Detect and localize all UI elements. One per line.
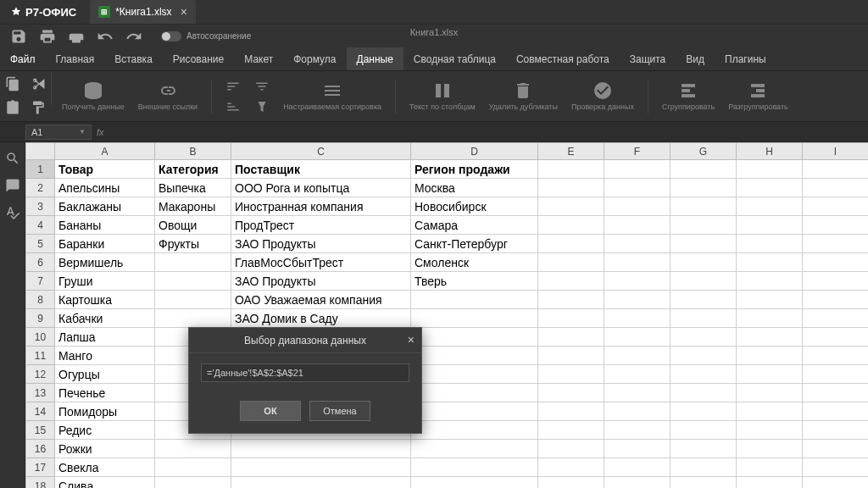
cell[interactable] — [411, 384, 538, 402]
row-header[interactable]: 1 — [26, 160, 55, 179]
cell[interactable] — [411, 477, 538, 489]
column-header[interactable]: C — [231, 143, 411, 160]
cell[interactable] — [538, 197, 604, 216]
cell[interactable] — [670, 402, 737, 421]
cell[interactable] — [803, 197, 869, 216]
undo-icon[interactable] — [97, 28, 114, 45]
cell[interactable] — [604, 235, 670, 253]
cell[interactable] — [604, 179, 670, 197]
cell[interactable] — [670, 365, 737, 384]
tab-плагины[interactable]: Плагины — [715, 47, 776, 70]
comments-icon[interactable] — [5, 178, 20, 193]
cell[interactable] — [155, 291, 231, 309]
tab-рисование[interactable]: Рисование — [163, 47, 234, 70]
name-box[interactable]: A1 ▼ — [25, 125, 92, 140]
cell[interactable] — [803, 440, 869, 458]
cell[interactable] — [604, 216, 670, 235]
clear-filter-icon[interactable] — [254, 99, 270, 114]
cell[interactable] — [670, 160, 737, 179]
cell[interactable] — [604, 421, 670, 440]
cell[interactable] — [411, 421, 538, 440]
cell[interactable] — [803, 272, 869, 291]
autosave-toggle[interactable]: Автосохранение — [161, 31, 251, 42]
cancel-button[interactable]: Отмена — [309, 401, 370, 421]
column-header[interactable]: H — [737, 143, 803, 160]
cell[interactable] — [737, 402, 803, 421]
cell[interactable] — [538, 421, 604, 440]
cell[interactable]: Тверь — [411, 272, 538, 291]
row-header[interactable]: 12 — [26, 365, 55, 384]
cell[interactable] — [411, 440, 538, 458]
cell[interactable]: Смоленск — [411, 253, 538, 272]
cell[interactable] — [604, 365, 670, 384]
column-header[interactable]: B — [155, 143, 231, 160]
cell[interactable] — [737, 347, 803, 365]
cell[interactable] — [803, 309, 869, 328]
cell[interactable] — [670, 328, 737, 347]
cell[interactable] — [803, 402, 869, 421]
cell[interactable] — [538, 365, 604, 384]
cell[interactable]: Огурцы — [55, 365, 155, 384]
document-tab[interactable]: ⊞ *Книга1.xlsx × — [90, 0, 196, 24]
cell[interactable]: ПродТрест — [231, 216, 411, 235]
cell[interactable] — [670, 235, 737, 253]
cell[interactable]: Категория — [155, 160, 231, 179]
row-header[interactable]: 9 — [26, 309, 55, 328]
cell[interactable]: Поставщик — [231, 160, 411, 179]
cell[interactable]: Регион продажи — [411, 160, 538, 179]
tab-file[interactable]: Файл — [0, 47, 46, 70]
cell[interactable] — [737, 253, 803, 272]
row-header[interactable]: 11 — [26, 347, 55, 365]
remove-duplicates-button[interactable]: Удалить дубликаты — [489, 80, 558, 112]
cell[interactable] — [737, 179, 803, 197]
cell[interactable]: Кабачки — [55, 309, 155, 328]
cell[interactable] — [604, 253, 670, 272]
cell[interactable] — [231, 458, 411, 477]
tab-макет[interactable]: Макет — [234, 47, 283, 70]
cell[interactable] — [411, 347, 538, 365]
cell[interactable] — [803, 421, 869, 440]
text-to-columns-button[interactable]: Текст по столбцам — [409, 80, 476, 112]
print-icon[interactable] — [39, 28, 56, 45]
fx-icon[interactable]: fx — [97, 127, 104, 137]
copy-icon[interactable] — [5, 76, 20, 92]
cell[interactable] — [803, 179, 869, 197]
cell[interactable] — [155, 477, 231, 489]
column-header[interactable]: A — [55, 143, 155, 160]
cell[interactable] — [604, 197, 670, 216]
cell[interactable] — [670, 197, 737, 216]
cell[interactable] — [737, 421, 803, 440]
cell[interactable] — [538, 253, 604, 272]
sort-asc-icon[interactable] — [225, 79, 241, 94]
get-data-button[interactable]: Получить данные — [62, 80, 125, 112]
cell[interactable] — [737, 216, 803, 235]
cell[interactable] — [670, 458, 737, 477]
cell[interactable] — [803, 216, 869, 235]
redo-icon[interactable] — [125, 28, 142, 45]
row-header[interactable]: 18 — [26, 477, 55, 489]
cell[interactable] — [538, 216, 604, 235]
row-header[interactable]: 15 — [26, 421, 55, 440]
cell[interactable]: ОАО Уважаемая компания — [231, 291, 411, 309]
cell[interactable] — [670, 272, 737, 291]
cell[interactable]: Москва — [411, 179, 538, 197]
cell[interactable] — [155, 309, 231, 328]
column-header[interactable]: G — [670, 143, 737, 160]
row-header[interactable]: 5 — [26, 235, 55, 253]
cell[interactable] — [737, 458, 803, 477]
column-header[interactable]: I — [803, 143, 869, 160]
cell[interactable]: Баклажаны — [55, 197, 155, 216]
cell[interactable]: Апельсины — [55, 179, 155, 197]
cell[interactable] — [411, 458, 538, 477]
row-header[interactable]: 3 — [26, 197, 55, 216]
cell[interactable]: Свекла — [55, 458, 155, 477]
cell[interactable] — [670, 216, 737, 235]
cell[interactable] — [604, 402, 670, 421]
row-header[interactable]: 16 — [26, 440, 55, 458]
cell[interactable]: Вермишель — [55, 253, 155, 272]
cell[interactable] — [604, 160, 670, 179]
cell[interactable] — [737, 235, 803, 253]
cell[interactable]: ГлавМосСбытТрест — [231, 253, 411, 272]
cell[interactable]: Манго — [55, 347, 155, 365]
cell[interactable]: Баранки — [55, 235, 155, 253]
